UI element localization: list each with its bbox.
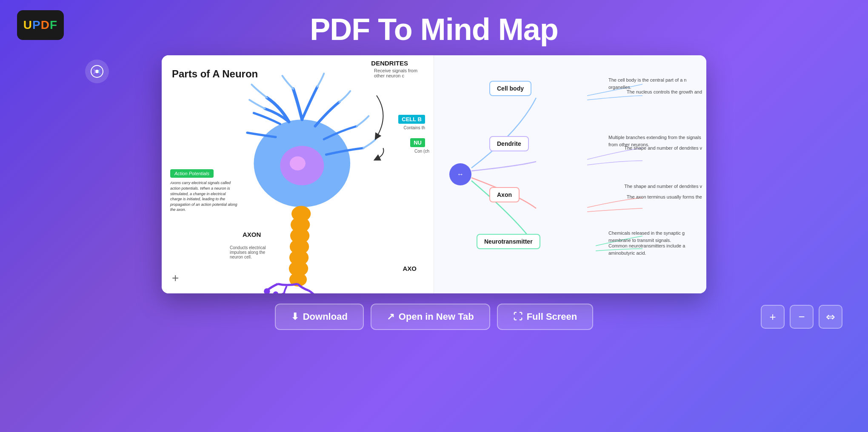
main-area: Parts of A Neuron [0, 55, 868, 293]
decorative-icon [85, 60, 109, 83]
header: UPDF PDF To Mind Map [0, 0, 868, 55]
logo-text: UPDF [23, 18, 57, 32]
dendrites-label: DENDRITES [371, 60, 408, 67]
pdf-panel: Parts of A Neuron [162, 55, 434, 293]
full-screen-icon: ⛶ [513, 311, 523, 322]
zoom-out-button[interactable]: − [790, 305, 814, 329]
page-title: PDF To Mind Map [310, 12, 558, 47]
cellbody-desc: Contains th [403, 125, 425, 130]
mindmap-desc-d2: The shape and number of dendrites v [624, 145, 702, 152]
dendrites-desc: Receive signals from other neuron c [374, 68, 425, 78]
full-screen-button[interactable]: ⛶ Full Screen [497, 304, 594, 330]
svg-point-16 [449, 163, 471, 185]
action-note: Action Potentials Axons carry electrical… [170, 169, 238, 213]
preview-container: Parts of A Neuron [162, 55, 706, 293]
download-icon: ⬇ [291, 311, 299, 322]
action-note-label: Action Potentials [170, 169, 214, 178]
fit-button[interactable]: ⇔ [819, 305, 842, 329]
mindmap-node-neurotransmitter: Neurotransmitter [477, 234, 540, 249]
add-button[interactable]: + [172, 271, 179, 285]
download-label: Download [303, 311, 348, 322]
zoom-controls: + − ⇔ [761, 305, 842, 329]
svg-text:↔: ↔ [457, 171, 464, 178]
svg-point-4 [290, 156, 306, 171]
mindmap-panel: ↔ Cell body Dendr [434, 55, 706, 293]
mindmap-node-cell-body: Cell body [489, 81, 531, 96]
nucleus-label: NU [410, 138, 425, 147]
full-screen-label: Full Screen [527, 311, 577, 322]
mindmap-desc-a1: The shape and number of dendrites v [624, 183, 702, 190]
mindmap-desc-cb2: The nucleus controls the growth and [627, 88, 702, 96]
axon-desc: Conducts electrical impulses along the n… [230, 245, 277, 259]
open-new-tab-icon: ↗ [387, 311, 394, 322]
bottom-toolbar: ⬇ Download ↗ Open in New Tab ⛶ Full Scre… [0, 293, 868, 340]
mindmap-desc-a2: The axon terminus usually forms the [627, 193, 702, 201]
action-note-text: Axons carry electrical signals called ac… [170, 180, 238, 213]
open-new-tab-label: Open in New Tab [399, 311, 474, 322]
axon-terminal-label: AXO [403, 265, 417, 272]
logo[interactable]: UPDF [17, 10, 64, 40]
zoom-in-button[interactable]: + [761, 305, 785, 329]
mindmap-node-dendrite: Dendrite [489, 136, 529, 151]
open-new-tab-button[interactable]: ↗ Open in New Tab [371, 304, 490, 330]
mindmap-desc-n2: Common neurotransmitters include a amino… [608, 242, 702, 256]
axon-main-label: AXON [243, 231, 261, 238]
mindmap-desc-n1: Chemicals released in the synaptic g mem… [608, 230, 702, 244]
download-button[interactable]: ⬇ Download [275, 304, 364, 330]
toolbar-left: ⬇ Download ↗ Open in New Tab ⛶ Full Scre… [275, 304, 594, 330]
mindmap-node-axon: Axon [489, 187, 520, 202]
cellbody-label: CELL B [398, 115, 425, 124]
nucleus-desc: Con (ch [414, 149, 429, 153]
